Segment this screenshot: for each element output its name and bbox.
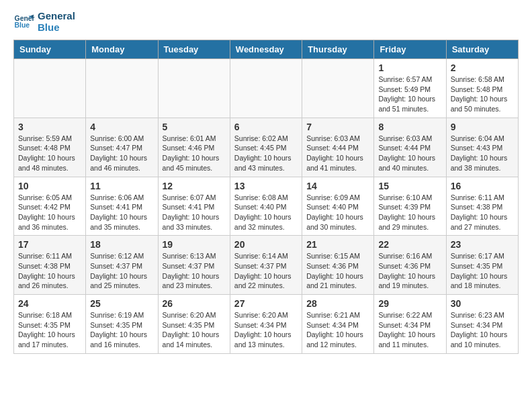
day-number: 27 <box>234 298 298 309</box>
day-info: Sunrise: 6:15 AM Sunset: 4:36 PM Dayligh… <box>306 251 369 291</box>
calendar-cell: 16Sunrise: 6:11 AM Sunset: 4:38 PM Dayli… <box>446 177 518 236</box>
day-number: 13 <box>234 181 298 191</box>
calendar-cell: 21Sunrise: 6:15 AM Sunset: 4:36 PM Dayli… <box>302 236 374 295</box>
day-info: Sunrise: 6:08 AM Sunset: 4:40 PM Dayligh… <box>234 193 298 232</box>
week-row-0: 1Sunrise: 6:57 AM Sunset: 5:49 PM Daylig… <box>14 59 519 118</box>
calendar-cell: 15Sunrise: 6:10 AM Sunset: 4:39 PM Dayli… <box>374 177 446 236</box>
weekday-saturday: Saturday <box>446 40 518 59</box>
calendar-cell: 18Sunrise: 6:12 AM Sunset: 4:37 PM Dayli… <box>86 236 158 295</box>
day-number: 26 <box>163 298 226 309</box>
day-number: 5 <box>163 122 226 132</box>
weekday-header-row: SundayMondayTuesdayWednesdayThursdayFrid… <box>14 40 519 59</box>
calendar-cell: 8Sunrise: 6:03 AM Sunset: 4:44 PM Daylig… <box>374 118 446 177</box>
day-number: 24 <box>18 298 81 309</box>
day-number: 11 <box>90 181 153 191</box>
day-info: Sunrise: 6:09 AM Sunset: 4:40 PM Dayligh… <box>306 193 369 232</box>
weekday-sunday: Sunday <box>14 40 86 59</box>
day-info: Sunrise: 6:23 AM Sunset: 4:34 PM Dayligh… <box>451 310 514 350</box>
calendar-cell <box>302 59 374 118</box>
day-number: 2 <box>451 62 514 73</box>
day-info: Sunrise: 6:11 AM Sunset: 4:38 PM Dayligh… <box>451 193 514 232</box>
calendar-cell: 9Sunrise: 6:04 AM Sunset: 4:43 PM Daylig… <box>446 118 518 177</box>
day-number: 1 <box>378 62 441 73</box>
day-number: 4 <box>90 122 153 132</box>
day-number: 28 <box>306 298 369 309</box>
day-info: Sunrise: 6:20 AM Sunset: 4:34 PM Dayligh… <box>234 310 298 350</box>
day-info: Sunrise: 6:00 AM Sunset: 4:47 PM Dayligh… <box>90 134 153 173</box>
calendar: SundayMondayTuesdayWednesdayThursdayFrid… <box>13 40 519 354</box>
week-row-4: 24Sunrise: 6:18 AM Sunset: 4:35 PM Dayli… <box>14 295 519 354</box>
weekday-thursday: Thursday <box>302 40 374 59</box>
logo-general: General <box>38 11 75 22</box>
calendar-cell: 20Sunrise: 6:14 AM Sunset: 4:37 PM Dayli… <box>230 236 302 295</box>
calendar-cell: 1Sunrise: 6:57 AM Sunset: 5:49 PM Daylig… <box>374 59 446 118</box>
weekday-friday: Friday <box>374 40 446 59</box>
week-row-3: 17Sunrise: 6:11 AM Sunset: 4:38 PM Dayli… <box>14 236 519 295</box>
day-info: Sunrise: 6:04 AM Sunset: 4:43 PM Dayligh… <box>451 134 514 173</box>
day-info: Sunrise: 6:03 AM Sunset: 4:44 PM Dayligh… <box>378 134 441 173</box>
day-info: Sunrise: 5:59 AM Sunset: 4:48 PM Dayligh… <box>18 134 81 173</box>
logo-icon: General Blue <box>13 11 35 33</box>
day-info: Sunrise: 6:13 AM Sunset: 4:37 PM Dayligh… <box>163 251 226 291</box>
day-number: 7 <box>306 122 369 132</box>
svg-text:Blue: Blue <box>15 21 30 29</box>
calendar-cell <box>14 59 86 118</box>
day-number: 14 <box>306 181 369 191</box>
day-info: Sunrise: 6:57 AM Sunset: 5:49 PM Dayligh… <box>378 75 441 114</box>
day-number: 16 <box>451 181 514 191</box>
page-container: General Blue General Blue SundayMondayTu… <box>0 0 532 365</box>
day-info: Sunrise: 6:06 AM Sunset: 4:41 PM Dayligh… <box>90 193 153 232</box>
week-row-1: 3Sunrise: 5:59 AM Sunset: 4:48 PM Daylig… <box>14 118 519 177</box>
calendar-cell: 3Sunrise: 5:59 AM Sunset: 4:48 PM Daylig… <box>14 118 86 177</box>
day-info: Sunrise: 6:17 AM Sunset: 4:35 PM Dayligh… <box>451 251 514 291</box>
day-number: 12 <box>163 181 226 191</box>
day-info: Sunrise: 6:10 AM Sunset: 4:39 PM Dayligh… <box>378 193 441 232</box>
weekday-tuesday: Tuesday <box>158 40 230 59</box>
calendar-cell: 24Sunrise: 6:18 AM Sunset: 4:35 PM Dayli… <box>14 295 86 354</box>
calendar-cell: 14Sunrise: 6:09 AM Sunset: 4:40 PM Dayli… <box>302 177 374 236</box>
calendar-cell: 23Sunrise: 6:17 AM Sunset: 4:35 PM Dayli… <box>446 236 518 295</box>
calendar-cell: 17Sunrise: 6:11 AM Sunset: 4:38 PM Dayli… <box>14 236 86 295</box>
day-number: 9 <box>451 122 514 132</box>
calendar-cell: 22Sunrise: 6:16 AM Sunset: 4:36 PM Dayli… <box>374 236 446 295</box>
week-row-2: 10Sunrise: 6:05 AM Sunset: 4:42 PM Dayli… <box>14 177 519 236</box>
logo-blue: Blue <box>38 22 75 34</box>
calendar-cell: 12Sunrise: 6:07 AM Sunset: 4:41 PM Dayli… <box>158 177 230 236</box>
day-number: 6 <box>234 122 298 132</box>
day-number: 10 <box>18 181 81 191</box>
day-number: 8 <box>378 122 441 132</box>
day-info: Sunrise: 6:58 AM Sunset: 5:48 PM Dayligh… <box>451 75 514 114</box>
calendar-cell: 7Sunrise: 6:03 AM Sunset: 4:44 PM Daylig… <box>302 118 374 177</box>
calendar-cell: 2Sunrise: 6:58 AM Sunset: 5:48 PM Daylig… <box>446 59 518 118</box>
calendar-cell: 11Sunrise: 6:06 AM Sunset: 4:41 PM Dayli… <box>86 177 158 236</box>
calendar-cell: 25Sunrise: 6:19 AM Sunset: 4:35 PM Dayli… <box>86 295 158 354</box>
day-info: Sunrise: 6:20 AM Sunset: 4:35 PM Dayligh… <box>163 310 226 350</box>
day-number: 15 <box>378 181 441 191</box>
day-number: 30 <box>451 298 514 309</box>
day-number: 21 <box>306 239 369 250</box>
day-info: Sunrise: 6:12 AM Sunset: 4:37 PM Dayligh… <box>90 251 153 291</box>
logo: General Blue General Blue <box>13 11 75 33</box>
day-info: Sunrise: 6:19 AM Sunset: 4:35 PM Dayligh… <box>90 310 153 350</box>
calendar-cell: 10Sunrise: 6:05 AM Sunset: 4:42 PM Dayli… <box>14 177 86 236</box>
day-number: 25 <box>90 298 153 309</box>
day-info: Sunrise: 6:21 AM Sunset: 4:34 PM Dayligh… <box>306 310 369 350</box>
calendar-cell: 28Sunrise: 6:21 AM Sunset: 4:34 PM Dayli… <box>302 295 374 354</box>
day-info: Sunrise: 6:11 AM Sunset: 4:38 PM Dayligh… <box>18 251 81 291</box>
calendar-cell <box>86 59 158 118</box>
day-number: 19 <box>163 239 226 250</box>
day-info: Sunrise: 6:01 AM Sunset: 4:46 PM Dayligh… <box>163 134 226 173</box>
calendar-cell <box>230 59 302 118</box>
calendar-cell: 4Sunrise: 6:00 AM Sunset: 4:47 PM Daylig… <box>86 118 158 177</box>
calendar-cell: 30Sunrise: 6:23 AM Sunset: 4:34 PM Dayli… <box>446 295 518 354</box>
header: General Blue General Blue <box>13 11 519 33</box>
weekday-wednesday: Wednesday <box>230 40 302 59</box>
calendar-cell: 19Sunrise: 6:13 AM Sunset: 4:37 PM Dayli… <box>158 236 230 295</box>
day-info: Sunrise: 6:22 AM Sunset: 4:34 PM Dayligh… <box>378 310 441 350</box>
day-number: 23 <box>451 239 514 250</box>
day-info: Sunrise: 6:16 AM Sunset: 4:36 PM Dayligh… <box>378 251 441 291</box>
calendar-cell <box>158 59 230 118</box>
day-info: Sunrise: 6:05 AM Sunset: 4:42 PM Dayligh… <box>18 193 81 232</box>
calendar-cell: 29Sunrise: 6:22 AM Sunset: 4:34 PM Dayli… <box>374 295 446 354</box>
day-info: Sunrise: 6:14 AM Sunset: 4:37 PM Dayligh… <box>234 251 298 291</box>
